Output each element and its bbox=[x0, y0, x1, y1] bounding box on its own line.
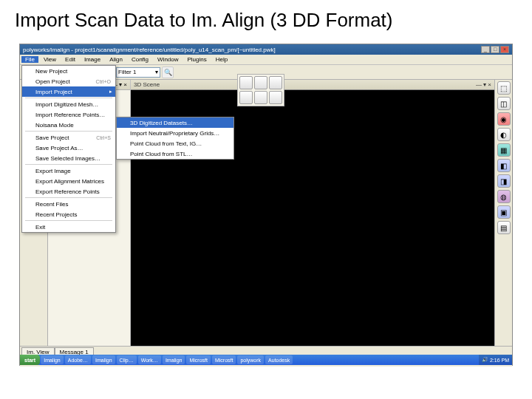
menu-export-image[interactable]: Export Image bbox=[22, 166, 115, 176]
menu-align[interactable]: Align bbox=[106, 56, 126, 63]
menu-plugins[interactable]: Plugins bbox=[184, 56, 211, 63]
taskbar-item[interactable]: Microsft bbox=[186, 355, 211, 364]
submenu-point-cloud-text[interactable]: Point Cloud from Text, IG… bbox=[117, 138, 233, 149]
taskbar-item[interactable]: Imalign bbox=[92, 355, 115, 364]
menu-recent-projects[interactable]: Recent Projects bbox=[22, 209, 115, 219]
right-tool-icon[interactable]: ▦ bbox=[497, 143, 511, 157]
menu-image[interactable]: Image bbox=[81, 56, 104, 63]
menu-separator bbox=[25, 98, 112, 98]
menu-file[interactable]: File bbox=[21, 56, 38, 63]
menu-recent-files[interactable]: Recent Files bbox=[22, 199, 115, 209]
titlebar: polyworks/imalign - project1/scanalignme… bbox=[20, 44, 512, 55]
submenu-point-cloud-stl[interactable]: Point Cloud from STL… bbox=[117, 149, 233, 159]
menu-edit[interactable]: Edit bbox=[61, 56, 79, 63]
import-submenu: 3D Digitized Datasets… Import Neutral/Pr… bbox=[116, 117, 234, 160]
right-tool-cube-icon[interactable]: ◨ bbox=[497, 174, 511, 188]
menu-config[interactable]: Config bbox=[128, 56, 152, 63]
menubar: File View Edit Image Align Config Window… bbox=[20, 55, 512, 65]
right-tool-cube-icon[interactable]: ▣ bbox=[497, 205, 511, 219]
taskbar-item[interactable]: Clip… bbox=[117, 355, 137, 364]
combo-label: Filter 1 bbox=[118, 69, 136, 75]
palette-icon-grid bbox=[237, 74, 284, 106]
menu-save-selected-images[interactable]: Save Selected Images… bbox=[22, 153, 115, 163]
taskbar-item[interactable]: polywork bbox=[237, 355, 264, 364]
close-button[interactable]: × bbox=[500, 46, 509, 53]
taskbar-item[interactable]: Adobe… bbox=[65, 355, 91, 364]
tray-clock: 2:16 PM bbox=[490, 358, 509, 363]
menu-export-alignment-matrices[interactable]: Export Alignment Matrices bbox=[22, 176, 115, 186]
right-tool-icon[interactable]: ◫ bbox=[497, 97, 511, 110]
toolbar-zoom-icon[interactable]: 🔍 bbox=[162, 66, 174, 78]
right-tool-cube-icon[interactable]: ◧ bbox=[497, 159, 511, 172]
taskbar-item[interactable]: Imalign bbox=[163, 355, 185, 364]
maximize-button[interactable]: □ bbox=[491, 46, 499, 53]
3d-scene-title: 3D Scene bbox=[134, 81, 160, 88]
submenu-arrow-icon: ▸ bbox=[109, 89, 112, 95]
taskbar-item[interactable]: Autodesk bbox=[265, 355, 293, 364]
palette-icon[interactable] bbox=[269, 76, 282, 89]
tray-icon[interactable]: 🔊 bbox=[482, 357, 488, 363]
menu-import-digitized-mesh[interactable]: Import Digitized Mesh… bbox=[22, 99, 115, 109]
menu-export-reference-points[interactable]: Export Reference Points bbox=[22, 186, 115, 197]
menu-separator bbox=[25, 164, 112, 165]
right-tool-icon[interactable]: ◍ bbox=[497, 190, 511, 203]
toolbar-filter-combo[interactable]: Filter 1▾ bbox=[116, 67, 160, 78]
right-toolbar: ⬚ ◫ ◉ ◐ ▦ ◧ ◨ ◍ ▣ ▤ bbox=[494, 80, 512, 346]
start-button[interactable]: start bbox=[20, 355, 40, 365]
file-menu-dropdown: New Project Open ProjectCtrl+O Import Pr… bbox=[21, 65, 116, 233]
menu-window[interactable]: Window bbox=[154, 56, 182, 63]
menu-separator bbox=[25, 197, 112, 198]
menu-view[interactable]: View bbox=[40, 56, 60, 63]
palette-icon[interactable] bbox=[269, 91, 282, 104]
taskbar-item[interactable]: Microsft bbox=[212, 355, 236, 364]
menu-save-project[interactable]: Save ProjectCtrl+S bbox=[22, 132, 115, 143]
menu-noisana-mode[interactable]: Noisana Mode bbox=[22, 120, 115, 130]
submenu-import-neutral-grids[interactable]: Import Neutral/Proprietary Grids… bbox=[117, 128, 233, 138]
window-title-text: polyworks/imalign - project1/scanalignme… bbox=[23, 47, 481, 53]
right-tool-icon[interactable]: ▤ bbox=[497, 221, 511, 234]
slide-title: Import Scan Data to Im. Align (3 DD Form… bbox=[0, 0, 532, 38]
palette-icon[interactable] bbox=[254, 91, 267, 104]
palette-icon[interactable] bbox=[239, 91, 253, 104]
submenu-3d-digitized-datasets[interactable]: 3D Digitized Datasets… bbox=[117, 117, 233, 128]
right-tool-icon[interactable]: ◐ bbox=[497, 128, 511, 141]
menu-open-project[interactable]: Open ProjectCtrl+O bbox=[22, 76, 115, 86]
right-tool-icon[interactable]: ⬚ bbox=[497, 81, 511, 95]
application-window: polyworks/imalign - project1/scanalignme… bbox=[19, 44, 513, 366]
menu-separator bbox=[25, 220, 112, 221]
chevron-down-icon: ▾ bbox=[155, 69, 158, 75]
menu-separator bbox=[25, 131, 112, 132]
menu-import-reference-points[interactable]: Import Reference Points… bbox=[22, 109, 115, 120]
3d-scene-controls[interactable]: — ▾ × bbox=[476, 81, 491, 88]
menu-new-project[interactable]: New Project bbox=[22, 66, 115, 76]
menu-exit[interactable]: Exit bbox=[22, 222, 115, 232]
3d-scene-header: 3D Scene — ▾ × bbox=[131, 80, 494, 90]
taskbar-item[interactable]: Imalign bbox=[41, 355, 64, 364]
right-tool-icon[interactable]: ◉ bbox=[497, 112, 511, 126]
minimize-button[interactable]: _ bbox=[481, 46, 490, 53]
palette-icon[interactable] bbox=[239, 76, 253, 89]
palette-icon[interactable] bbox=[254, 76, 267, 89]
menu-help[interactable]: Help bbox=[212, 56, 231, 63]
menu-save-project-as[interactable]: Save Project As… bbox=[22, 143, 115, 153]
menu-import-project[interactable]: Import Project▸ bbox=[22, 86, 115, 97]
system-tray[interactable]: 🔊 2:16 PM bbox=[479, 355, 512, 365]
taskbar-item[interactable]: Work… bbox=[138, 355, 161, 364]
windows-taskbar: start Imalign Adobe… Imalign Clip… Work…… bbox=[20, 355, 512, 365]
